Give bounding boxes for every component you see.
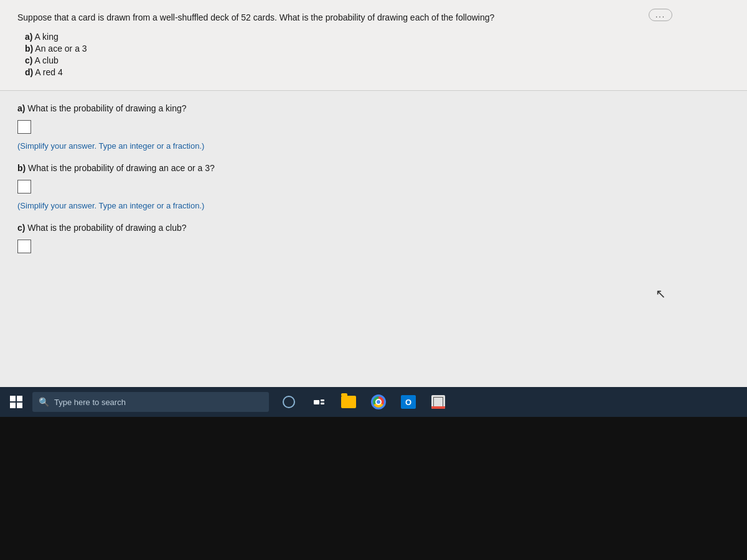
list-item-d: d) A red 4 [25, 67, 730, 77]
question-label-b: b) What is the probability of drawing an… [17, 162, 730, 175]
folder-icon [341, 396, 356, 408]
win-quad-4 [17, 403, 22, 408]
question-part-b: b) What is the probability of drawing an… [17, 162, 730, 210]
answer-input-b[interactable] [17, 180, 31, 194]
list-item-b: b) An ace or a 3 [25, 44, 730, 54]
windows-icon [10, 396, 22, 408]
snip-button[interactable] [425, 388, 452, 416]
chrome-button[interactable] [365, 388, 392, 416]
outlook-button[interactable] [395, 388, 422, 416]
hint-text-b: (Simplify your answer. Type an integer o… [17, 201, 730, 210]
outlook-icon [401, 395, 416, 409]
question-part-c: c) What is the probability of drawing a … [17, 222, 730, 259]
search-icon: 🔍 [39, 397, 49, 407]
tv-rect-3 [321, 403, 324, 404]
answer-input-c[interactable] [17, 240, 31, 253]
start-button[interactable] [2, 388, 30, 416]
win-quad-1 [10, 396, 16, 401]
file-explorer-button[interactable] [335, 388, 362, 416]
win-quad-2 [17, 396, 22, 401]
question-label-c: c) What is the probability of drawing a … [17, 222, 730, 235]
cortana-button[interactable] [275, 388, 303, 416]
cortana-icon [283, 396, 295, 408]
question-label-a: a) What is the probability of drawing a … [17, 102, 730, 115]
search-placeholder: Type here to search [54, 398, 126, 407]
answer-panel: a) What is the probability of drawing a … [0, 91, 747, 417]
sub-list: a) A king b) An ace or a 3 c) A club d) … [25, 32, 730, 77]
question-panel: Suppose that a card is drawn from a well… [0, 0, 747, 91]
tv-rect-2 [321, 399, 324, 401]
more-button[interactable]: ... [649, 9, 672, 21]
content-area: Suppose that a card is drawn from a well… [0, 0, 747, 417]
taskbar: 🔍 Type here to search [0, 387, 747, 417]
task-view-button[interactable] [305, 388, 332, 416]
answer-input-a[interactable] [17, 120, 31, 134]
snip-icon [431, 395, 445, 409]
question-intro: Suppose that a card is drawn from a well… [17, 11, 730, 24]
chrome-inner [375, 399, 382, 405]
list-item-a: a) A king [25, 32, 730, 42]
keyboard-area [0, 417, 747, 560]
search-bar[interactable]: 🔍 Type here to search [32, 392, 269, 412]
win-quad-3 [10, 403, 16, 408]
list-item-c: c) A club [25, 55, 730, 65]
task-view-icon [314, 399, 324, 404]
taskbar-center [275, 388, 452, 416]
question-part-a: a) What is the probability of drawing a … [17, 102, 730, 151]
hint-text-a: (Simplify your answer. Type an integer o… [17, 141, 730, 151]
tv-rect-1 [314, 400, 319, 404]
chrome-icon [371, 394, 386, 409]
